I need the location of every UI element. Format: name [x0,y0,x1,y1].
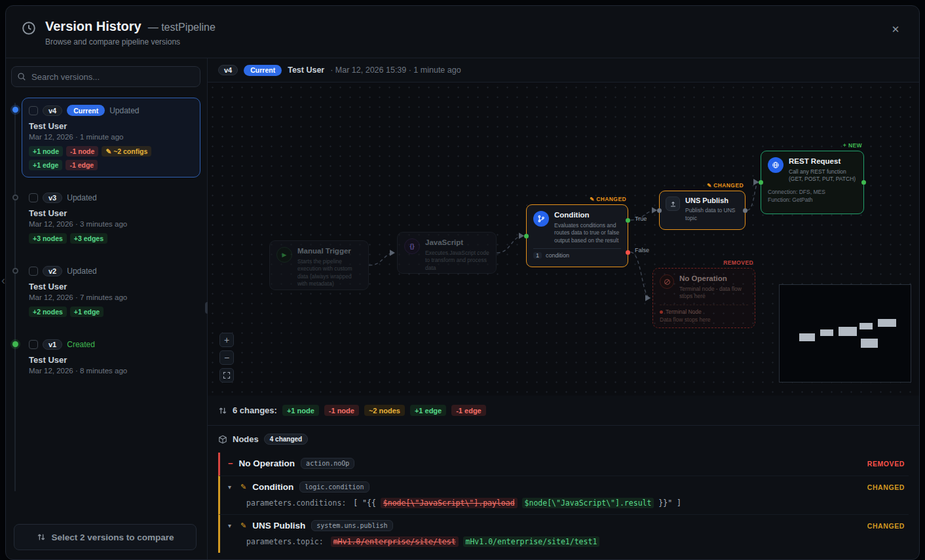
compare-versions-button[interactable]: Select 2 versions to compare [14,524,197,550]
close-button[interactable]: ✕ [886,20,905,39]
output-port[interactable] [861,180,866,185]
pipeline-canvas[interactable]: ▶ Manual Trigger Starts the pipeline exe… [208,83,919,396]
node-desc: Terminal node - data flow stops here [679,286,748,301]
row-head[interactable]: ▾ ✎ UNS Publish system.uns.publish CHANG… [228,520,906,531]
node-desc: Executes JavaScript code to transform an… [425,250,489,272]
new-value: $node[\"JavaScript\"].result [522,498,654,508]
minimap-node [859,323,873,329]
modal-header: Version History — testPipeline Browse an… [6,6,919,58]
version-action: Updated [67,267,96,276]
version-item-v1[interactable]: v1 Created Test User Mar 12, 2026 · 8 mi… [22,332,200,382]
canvas-node-javascript[interactable]: {} JavaScript Executes JavaScript code t… [397,232,497,274]
publish-icon [666,196,680,211]
version-date: Mar 12, 2026 · 1 minute ago [29,133,193,141]
old-value: $node[\"JavaScript\"].payload [381,498,518,508]
node-name: No Operation [239,458,295,468]
summary-badge: +1 node [282,405,319,416]
canvas-node-rest-request[interactable]: + NEW REST Request Call any REST functio… [761,151,864,214]
version-history-modal: Version History — testPipeline Browse an… [5,5,920,560]
branch-icon [533,211,549,227]
node-title: REST Request [789,157,857,166]
canvas-node-manual-trigger[interactable]: ▶ Manual Trigger Starts the pipeline exe… [269,240,369,290]
version-checkbox[interactable] [29,340,38,349]
canvas-node-uns-publish[interactable]: ✎ CHANGED UNS Publish Publish data to UN… [659,191,746,230]
change-badge: +3 edges [70,233,107,244]
status-badge: CHANGED [867,522,906,530]
canvas-node-condition[interactable]: ✎ CHANGED Condition Evaluates conditio [526,204,628,267]
node-title: No Operation [679,274,748,284]
version-checkbox[interactable] [29,193,38,202]
changed-tag: ✎ CHANGED [590,196,626,202]
input-port[interactable] [759,180,763,185]
version-item-v3[interactable]: v3 Updated Test User Mar 12, 2026 · 3 mi… [22,185,200,251]
node-title: Manual Trigger [297,247,362,256]
summary-label: 6 changes: [233,405,277,415]
false-output-port[interactable] [626,250,630,255]
change-badge: -1 edge [66,160,98,170]
changes-summary: 6 changes: +1 node -1 node ~2 nodes +1 e… [208,396,919,426]
pencil-icon: ✎ [105,147,111,155]
node-name: UNS Publish [252,521,305,531]
version-checkbox[interactable] [29,106,38,115]
row-head[interactable]: − No Operation action.noOp REMOVED [228,458,906,469]
timeline-line [14,103,16,491]
input-port[interactable] [657,208,662,213]
node-name: Condition [252,482,293,492]
removed-tag: REMOVED [723,259,753,266]
new-tag: + NEW [843,142,862,149]
chevron-down-icon[interactable]: ▾ [228,483,235,491]
play-icon: ▶ [276,247,292,263]
minimap-node [861,339,878,348]
timeline-dot-current [12,107,18,113]
no-op-icon [660,274,674,289]
output-port[interactable] [743,208,747,213]
input-port[interactable] [524,234,529,238]
version-checkbox[interactable] [29,267,38,276]
version-user: Test User [29,208,193,218]
change-badge: +2 nodes [29,307,67,317]
version-date: Mar 12, 2026 · 8 minutes ago [29,367,193,375]
change-badge: +3 nodes [29,233,67,244]
true-output-port[interactable] [626,218,630,223]
timeline-dot [12,268,18,274]
version-date: Mar 12, 2026 · 3 minutes ago [29,220,193,228]
node-change-row-no-operation: − No Operation action.noOp REMOVED [218,453,909,476]
chevron-down-icon[interactable]: ▾ [228,522,235,529]
minimap-node [799,333,815,341]
version-meta: · Mar 12, 2026 15:39 · 1 minute ago [330,65,461,75]
node-title: JavaScript [425,238,489,248]
node-desc: Publish data to UNS topic [685,207,739,222]
change-badge: +1 edge [70,307,104,317]
pipeline-name: — testPipeline [148,22,216,33]
detail-text: [ "{{ [353,498,381,508]
globe-icon [768,157,783,173]
version-item-v4[interactable]: v4 Current Updated Test User Mar 12, 202… [22,98,200,177]
change-badge: +1 node [29,146,63,157]
zoom-out-button[interactable]: − [219,350,234,365]
status-badge: REMOVED [867,460,906,468]
detail-key: parameters.conditions: [246,498,346,508]
javascript-icon: {} [404,238,420,254]
detail-key: parameters.topic: [246,537,324,546]
row-head[interactable]: ▾ ✎ Condition logic.condition CHANGED [228,481,906,493]
pencil-icon: ✎ [240,483,246,491]
rest-function: Function: GetPath [768,196,857,204]
new-value: mHv1.0/enterprise/site1/test1 [463,536,600,547]
version-user: Test User [29,282,193,291]
version-item-v2[interactable]: v2 Updated Test User Mar 12, 2026 · 7 mi… [22,259,200,324]
zoom-fit-button[interactable] [219,368,234,383]
terminal-dot [660,310,663,314]
search-input[interactable] [11,66,200,87]
timeline-dot [12,195,18,200]
timeline-dot-created [12,341,18,347]
change-detail: parameters.conditions: [ "{{ $node[\"Jav… [246,498,906,508]
noop-footer-sub: Data flow stops here [660,316,748,323]
selected-version-tag: v4 [218,65,238,75]
change-detail: parameters.topic: mHv1.0/enterprise/site… [246,537,906,546]
version-user: Test User [29,121,193,131]
zoom-in-button[interactable]: + [219,333,234,347]
canvas-node-no-operation[interactable]: REMOVED No Operation Terminal node - dat… [652,268,755,328]
node-change-row-condition: ▾ ✎ Condition logic.condition CHANGED pa… [218,476,909,514]
version-tag: v2 [43,266,62,276]
minimap[interactable] [779,284,911,383]
